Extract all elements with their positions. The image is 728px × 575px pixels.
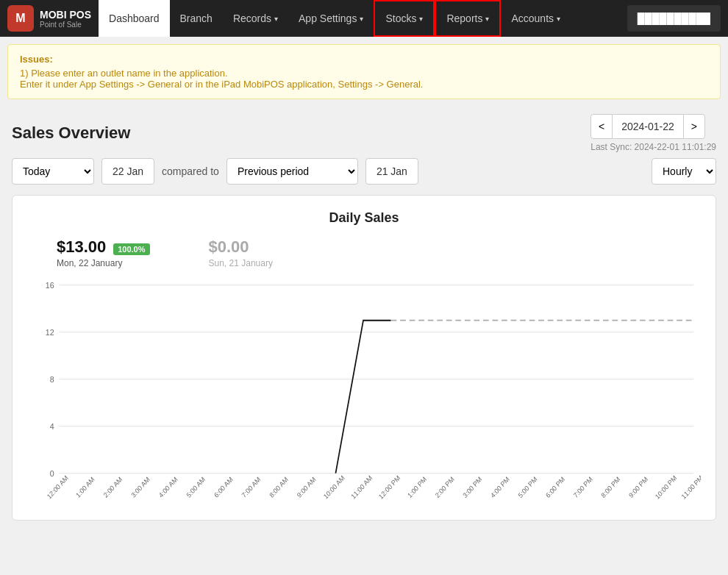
nav-reports[interactable]: Reports — [435, 0, 501, 37]
primary-sales: $13.00 100.0% Mon, 22 January — [57, 238, 150, 268]
main-content: Sales Overview < 2024-01-22 > Last Sync:… — [0, 107, 728, 528]
x-label-13: 1:00 PM — [406, 475, 428, 499]
nav-dashboard[interactable]: Dashboard — [99, 0, 170, 37]
x-label-4: 4:00 AM — [157, 476, 179, 499]
nav-accounts[interactable]: Accounts — [501, 0, 571, 37]
x-label-20: 8:00 PM — [600, 475, 622, 499]
x-label-2: 2:00 AM — [102, 476, 124, 499]
secondary-amount: $0.00 — [209, 238, 273, 257]
x-label-17: 5:00 PM — [517, 475, 539, 499]
x-label-14: 2:00 PM — [434, 475, 456, 499]
x-label-22: 10:00 PM — [654, 474, 678, 501]
sales-row: $13.00 100.0% Mon, 22 January $0.00 Sun,… — [27, 238, 701, 268]
granularity-area: Hourly Daily Weekly — [652, 158, 716, 185]
overview-header: Sales Overview < 2024-01-22 > Last Sync:… — [12, 114, 716, 152]
period-select[interactable]: Today Yesterday This Week Last Week This… — [12, 158, 94, 185]
prev-date-button[interactable]: < — [590, 114, 613, 139]
sync-status: Last Sync: 2024-22-01 11:01:29 — [590, 142, 716, 152]
sales-badge: 100.0% — [113, 243, 149, 255]
x-label-6: 6:00 AM — [213, 476, 234, 499]
compared-to-label: compared to — [162, 165, 219, 177]
current-date-display: 2024-01-22 — [613, 114, 683, 139]
granularity-select[interactable]: Hourly Daily Weekly — [652, 158, 716, 185]
logo-area: M MOBI POS Point of Sale — [7, 5, 91, 32]
y-label-4: 4 — [50, 421, 54, 431]
alert-banner: Issues: 1) Please enter an outlet name i… — [7, 44, 721, 99]
nav-stocks[interactable]: Stocks — [374, 0, 435, 37]
overview-title: Sales Overview — [12, 124, 130, 143]
x-label-0: 12:00 AM — [46, 474, 70, 501]
nav-app-settings[interactable]: App Settings — [288, 0, 374, 37]
x-label-16: 4:00 PM — [489, 475, 511, 499]
x-label-3: 3:00 AM — [130, 476, 151, 499]
y-label-12: 12 — [46, 327, 54, 337]
app-title: MOBI POS — [40, 9, 91, 21]
primary-date: Mon, 22 January — [57, 258, 150, 268]
chart-svg: 0 4 8 12 16 12:00 AM 1:00 AM 2:00 AM 3:0… — [27, 277, 701, 512]
alert-title: Issues: — [20, 54, 708, 65]
app-subtitle: Point of Sale — [40, 21, 91, 29]
chart-card: Daily Sales $13.00 100.0% Mon, 22 Januar… — [12, 195, 716, 521]
logo-icon: M — [7, 5, 34, 32]
alert-line2: Enter it under App Settings -> General o… — [20, 79, 708, 90]
nav-user[interactable]: ██████████ — [627, 5, 721, 32]
logo-text: MOBI POS Point of Sale — [40, 9, 91, 29]
chart-title: Daily Sales — [27, 210, 701, 226]
x-label-18: 6:00 PM — [544, 475, 566, 499]
x-label-5: 5:00 AM — [185, 476, 207, 499]
x-label-9: 9:00 AM — [296, 476, 317, 499]
comparison-date-label: 21 Jan — [365, 158, 418, 185]
secondary-sales: $0.00 Sun, 21 January — [209, 238, 273, 268]
overview-title-area: Sales Overview — [12, 124, 130, 143]
x-label-23: 11:00 PM — [680, 474, 701, 501]
next-date-button[interactable]: > — [683, 114, 705, 139]
y-label-0: 0 — [50, 468, 54, 478]
chart-line-primary — [335, 321, 390, 474]
x-label-11: 11:00 AM — [350, 474, 374, 501]
x-label-21: 9:00 PM — [627, 475, 649, 499]
date-navigator: < 2024-01-22 > — [590, 114, 716, 139]
comparison-select[interactable]: Previous period Same period last year No… — [226, 158, 358, 185]
nav-records[interactable]: Records — [223, 0, 288, 37]
x-label-12: 12:00 PM — [377, 474, 402, 501]
period-date-label: 22 Jan — [101, 158, 154, 185]
x-label-19: 7:00 PM — [572, 475, 594, 499]
filter-row: Today Yesterday This Week Last Week This… — [12, 158, 716, 185]
navbar: M MOBI POS Point of Sale Dashboard Branc… — [0, 0, 728, 37]
chart-area: 0 4 8 12 16 12:00 AM 1:00 AM 2:00 AM 3:0… — [27, 277, 701, 512]
x-label-10: 10:00 AM — [322, 474, 346, 501]
x-label-1: 1:00 AM — [74, 476, 96, 499]
y-label-8: 8 — [50, 374, 54, 384]
alert-line1: 1) Please enter an outlet name in the ap… — [20, 68, 708, 79]
y-label-16: 16 — [46, 280, 54, 290]
x-label-15: 3:00 PM — [462, 475, 484, 499]
primary-amount-row: $13.00 100.0% — [57, 238, 150, 257]
date-nav-area: < 2024-01-22 > Last Sync: 2024-22-01 11:… — [590, 114, 716, 152]
nav-branch[interactable]: Branch — [170, 0, 223, 37]
x-label-8: 8:00 AM — [268, 476, 290, 499]
secondary-date: Sun, 21 January — [209, 258, 273, 268]
x-label-7: 7:00 AM — [240, 476, 262, 499]
logo-letter: M — [15, 12, 25, 24]
primary-amount: $13.00 — [57, 238, 106, 256]
